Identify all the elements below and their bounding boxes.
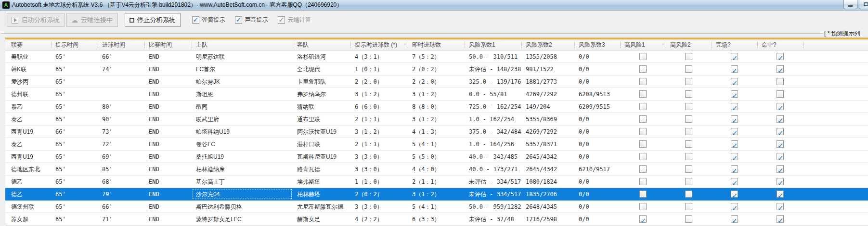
finished-checkbox[interactable] <box>731 215 738 223</box>
finished-checkbox[interactable] <box>731 153 738 160</box>
high-risk1-checkbox[interactable] <box>639 78 647 85</box>
start-analysis-button[interactable]: 启动分析系统 <box>7 13 65 27</box>
finished-checkbox[interactable] <box>731 115 738 123</box>
finished-checkbox[interactable] <box>731 165 738 173</box>
table-row[interactable]: 西青U1965'69'END桑托旭U19瓦斯科尼亚U193（3：0）5（5：0）… <box>5 151 868 163</box>
column-header-goals-at-alert[interactable]: 提示时进球数 (*) <box>350 39 408 50</box>
column-header-hit[interactable]: 命中? <box>757 39 803 50</box>
high-risk1-checkbox[interactable] <box>639 115 647 123</box>
finished-checkbox[interactable] <box>731 178 738 185</box>
cell-risk2: 2648/4345 <box>521 201 574 213</box>
table-row[interactable]: 德地区东北65'85'END柏林迪纳摩路肯瓦德3（3：0）4（4：0）40.0 … <box>5 163 868 176</box>
column-header-risk2[interactable]: 风险系数2 <box>521 39 574 50</box>
finished-checkbox[interactable] <box>731 90 738 98</box>
popup-alert-checkbox[interactable] <box>192 16 199 24</box>
high-risk2-checkbox[interactable] <box>685 90 692 98</box>
column-header-goals-now[interactable]: 即时进球数 <box>408 39 465 50</box>
cell-goals-at-alert: 1（1：0） <box>350 176 408 188</box>
high-risk2-checkbox[interactable] <box>685 153 692 160</box>
hit-checkbox[interactable] <box>777 53 784 60</box>
table-row[interactable]: 泰乙65'90'END暖武里府通布里联2（1：1）3（1：2）1.0 - 162… <box>5 113 868 126</box>
high-risk1-checkbox[interactable] <box>639 203 647 210</box>
high-risk2-checkbox[interactable] <box>685 215 692 223</box>
column-header-finished[interactable]: 完场? <box>712 39 757 50</box>
column-header-high-risk2[interactable]: 高风险2 <box>666 39 712 50</box>
table-row[interactable]: 韩K联65'74'ENDFC首尔全北现代1（0：1）2（0：2）未评估 - 14… <box>5 63 868 75</box>
hit-checkbox[interactable] <box>777 165 784 173</box>
high-risk1-checkbox[interactable] <box>639 103 647 110</box>
finished-checkbox[interactable] <box>731 65 738 73</box>
column-header-match-time[interactable]: 比赛时间 <box>144 39 192 50</box>
cell-risk1: 未评估 - 37/48 <box>465 213 521 225</box>
high-risk1-checkbox[interactable] <box>639 190 647 198</box>
hit-checkbox[interactable] <box>777 178 784 185</box>
popup-alert-checkbox-group[interactable]: 弹窗提示 <box>192 16 225 24</box>
hit-checkbox[interactable] <box>777 65 784 73</box>
high-risk2-checkbox[interactable] <box>685 128 692 135</box>
table-row[interactable]: 泰乙65'80'END昂同猜纳联6（6：0）8（8：0）725.0 - 162/… <box>5 100 868 113</box>
high-risk2-checkbox[interactable] <box>685 203 692 210</box>
table-row[interactable]: 西青U1966'73'END帕塔科纳U19阿尔沃拉亚U193（1：2）4（1：3… <box>5 126 868 138</box>
table-row[interactable]: 美职业65'66'END明尼苏达联洛杉矶银河4（3：1）7（5：2）50.0 -… <box>5 50 868 63</box>
hit-checkbox[interactable] <box>777 140 784 148</box>
hit-checkbox[interactable] <box>777 190 784 198</box>
maximize-button[interactable] <box>859 0 868 9</box>
cloud-connecting-button[interactable]: ☁ 云端连接中 <box>66 13 118 27</box>
high-risk1-checkbox[interactable] <box>639 65 647 73</box>
high-risk1-checkbox[interactable] <box>639 165 647 173</box>
column-header-risk3[interactable]: 风险系数3 <box>574 39 620 50</box>
hit-checkbox[interactable] <box>777 103 784 110</box>
high-risk2-checkbox[interactable] <box>685 78 692 85</box>
hit-checkbox[interactable] <box>777 78 784 85</box>
sound-alert-checkbox-group[interactable]: 声音提示 <box>235 16 268 24</box>
high-risk2-checkbox[interactable] <box>685 53 692 60</box>
table-row[interactable]: 德乙65'68'END基尔高士丁埃弗斯堡1（1：0）2（1：1）未评估 - 33… <box>5 176 868 188</box>
finished-checkbox[interactable] <box>731 128 738 135</box>
cell-risk1: 325.0 - 139/176 <box>465 75 521 88</box>
finished-checkbox[interactable] <box>731 78 738 85</box>
hit-checkbox[interactable] <box>777 128 784 135</box>
high-risk2-checkbox[interactable] <box>685 165 692 173</box>
hit-checkbox[interactable] <box>777 153 784 160</box>
finished-checkbox[interactable] <box>731 103 738 110</box>
finished-checkbox[interactable] <box>731 140 738 148</box>
high-risk2-checkbox[interactable] <box>685 103 692 110</box>
high-risk1-checkbox[interactable] <box>639 128 647 135</box>
column-header-alert-time[interactable]: 提示时间 <box>51 39 98 50</box>
table-row[interactable]: 德州联65'END斯坦恩弗罗纳乌尔3（1：2）3（1：2）0.0 - 55/81… <box>5 88 868 100</box>
high-risk1-checkbox[interactable] <box>639 140 647 148</box>
high-risk1-checkbox[interactable] <box>639 90 647 98</box>
column-header-league[interactable]: 联赛 <box>5 39 51 50</box>
high-risk2-checkbox[interactable] <box>685 115 692 123</box>
hit-checkbox[interactable] <box>777 203 784 210</box>
column-header-risk1[interactable]: 风险系数1 <box>465 39 521 50</box>
column-header-away-team[interactable]: 客队 <box>293 39 350 50</box>
table-row[interactable]: 德乙65'79'END沙尔克04柏林赫塔2（0：2）3（1：2）未评估 - 33… <box>5 188 868 201</box>
high-risk1-checkbox[interactable] <box>639 153 647 160</box>
high-risk2-checkbox[interactable] <box>685 140 692 148</box>
column-header-home-team[interactable]: 主队 <box>192 39 293 50</box>
table-row[interactable]: 爱沙丙65'END帕尔努JK卡里鲁耶队2（2：0）2（2：0）325.0 - 1… <box>5 75 868 88</box>
high-risk1-checkbox[interactable] <box>639 215 647 223</box>
column-header-goal-time[interactable]: 进球时间 <box>98 39 144 50</box>
hit-checkbox[interactable] <box>777 90 784 98</box>
high-risk2-checkbox[interactable] <box>685 178 692 185</box>
high-risk2-checkbox[interactable] <box>685 65 692 73</box>
high-risk1-checkbox[interactable] <box>639 53 647 60</box>
finished-checkbox[interactable] <box>731 53 738 60</box>
cloud-compute-checkbox[interactable] <box>278 16 285 24</box>
hit-checkbox[interactable] <box>777 215 784 223</box>
high-risk1-checkbox[interactable] <box>639 178 647 185</box>
hit-checkbox[interactable] <box>777 115 784 123</box>
column-header-high-risk1[interactable]: 高风险1 <box>620 39 666 50</box>
finished-checkbox[interactable] <box>731 190 738 198</box>
table-row[interactable]: 苏女超65'71'END蒙特罗斯女足LFC赫斯女足4（2：2）6（3：3）未评估… <box>5 213 868 226</box>
table-row[interactable]: 泰乙65'72'END曼谷FC湛杆日联2（1：1）5（4：1）1.0 - 164… <box>5 138 868 151</box>
high-risk2-checkbox[interactable] <box>685 190 692 198</box>
finished-checkbox[interactable] <box>731 203 738 210</box>
minimize-button[interactable] <box>843 0 857 9</box>
sound-alert-checkbox[interactable] <box>235 16 242 24</box>
table-row[interactable]: 德堡州联65'66'END斯巴达利希滕贝格尤尼富斯滕瓦尔德3（3：0）5（4：1… <box>5 201 868 213</box>
cell-home: 蒙特罗斯女足LFC <box>192 213 293 225</box>
stop-analysis-button[interactable]: 停止分析系统 <box>125 13 181 27</box>
